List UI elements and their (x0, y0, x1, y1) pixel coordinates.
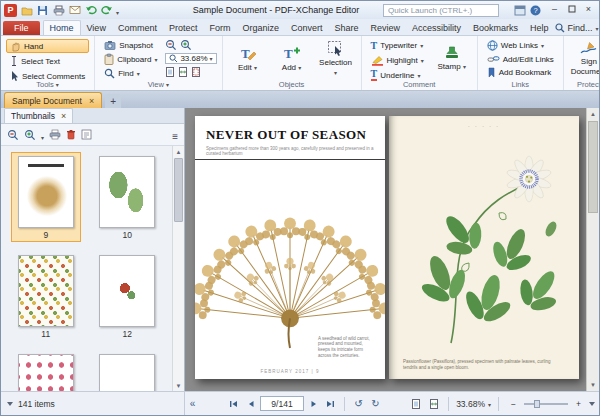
zoom-out-button[interactable]: − (506, 396, 521, 411)
panel-zoom-caret-icon[interactable] (41, 126, 44, 144)
panel-delete-icon[interactable] (66, 129, 76, 140)
help-icon[interactable]: ? (530, 5, 541, 16)
stamp-button[interactable]: Stamp (432, 39, 472, 78)
tab-home[interactable]: Home (43, 20, 81, 36)
print-icon[interactable] (52, 4, 65, 17)
panel-menu-icon[interactable] (172, 126, 178, 144)
collapse-panel-icon[interactable] (185, 396, 200, 411)
panel-properties-icon[interactable] (81, 129, 92, 140)
open-file-icon[interactable] (20, 4, 33, 17)
thumbnail-page-12[interactable]: 12 (92, 251, 162, 341)
typewriter-button[interactable]: T Typewriter (367, 39, 428, 52)
page-number-box[interactable]: 9/141 (260, 396, 304, 411)
tab-view[interactable]: View (81, 21, 112, 35)
document-view[interactable]: NEVER OUT OF SEASON Specimens gathered m… (185, 108, 599, 391)
panel-close-icon[interactable] (61, 111, 66, 121)
tab-file[interactable]: File (3, 21, 40, 35)
panel-scrollbar[interactable]: ▲ ▼ (172, 146, 184, 391)
find-menu[interactable]: Find... (555, 23, 599, 33)
thumbnail-page-9[interactable]: 9 (11, 152, 81, 242)
tab-convert[interactable]: Convert (285, 21, 329, 35)
page-left[interactable]: NEVER OUT OF SEASON Specimens gathered m… (195, 116, 385, 379)
panel-scroll-up-icon[interactable]: ▲ (173, 146, 184, 157)
tools-dialog-launcher-icon[interactable] (56, 80, 59, 89)
close-button[interactable]: × (580, 2, 597, 16)
edit-objects-button[interactable]: T Edit (228, 39, 268, 78)
clipboard-button[interactable]: Clipboard (100, 52, 161, 66)
document-tab-active[interactable]: Sample Document (4, 92, 102, 108)
tab-comment[interactable]: Comment (112, 21, 163, 35)
sign-document-button[interactable]: SignDocument (569, 39, 600, 78)
fit-width-status-icon[interactable] (426, 396, 441, 411)
select-text-button[interactable]: Select Text (6, 54, 89, 68)
next-page-button[interactable] (306, 396, 321, 411)
panel-zoom-out-icon[interactable] (7, 129, 19, 141)
zoom-in-tool-icon[interactable] (180, 39, 192, 51)
tab-share[interactable]: Share (328, 21, 364, 35)
tab-bookmarks[interactable]: Bookmarks (467, 21, 524, 35)
zoom-slider-knob[interactable] (534, 400, 540, 408)
save-icon[interactable] (36, 4, 49, 17)
web-links-button[interactable]: Web Links (483, 39, 558, 52)
tab-review[interactable]: Review (365, 21, 407, 35)
find-button[interactable]: Find (100, 67, 161, 80)
scroll-down-icon[interactable]: ▼ (587, 379, 599, 391)
thumbnail-page-13[interactable]: 13 (11, 350, 81, 391)
undo-icon[interactable] (84, 4, 97, 17)
page-right[interactable]: · · · · · (389, 116, 579, 379)
add-bookmark-button[interactable]: Add Bookmark (483, 66, 558, 79)
view-dialog-launcher-icon[interactable] (166, 80, 169, 89)
status-zoom-caret-icon[interactable] (488, 399, 491, 409)
first-page-button[interactable] (226, 396, 241, 411)
add-edit-links-button[interactable]: Add/Edit Links (483, 53, 558, 65)
email-icon[interactable] (68, 4, 81, 17)
ribbon-zoom-caret-icon (210, 54, 213, 63)
maximize-button[interactable] (563, 2, 580, 16)
thumbnail-page-11[interactable]: 11 (11, 251, 81, 341)
panel-options-caret-icon[interactable] (7, 402, 13, 409)
status-options-caret-icon[interactable] (589, 402, 595, 409)
status-separator (344, 397, 345, 411)
previous-page-button[interactable] (243, 396, 258, 411)
thumbnail-page-10[interactable]: 10 (92, 152, 162, 242)
panel-print-icon[interactable] (49, 129, 61, 140)
tab-accessibility[interactable]: Accessibility (406, 21, 467, 35)
zoom-out-tool-icon[interactable] (165, 39, 177, 51)
last-page-button[interactable] (323, 396, 338, 411)
switch-ui-icon[interactable] (514, 5, 526, 16)
next-view-icon[interactable] (368, 396, 383, 411)
status-zoom-value[interactable]: 33.68% (456, 399, 485, 409)
fit-page-status-icon[interactable] (408, 396, 423, 411)
previous-view-icon[interactable] (351, 396, 366, 411)
tab-organize[interactable]: Organize (236, 21, 285, 35)
selection-objects-button[interactable]: Selection (316, 39, 356, 78)
ribbon-zoom-select[interactable]: 33.68% (165, 53, 216, 65)
hand-tool-button[interactable]: Hand (6, 39, 89, 53)
tab-help[interactable]: Help (524, 21, 555, 35)
zoom-slider[interactable] (524, 403, 568, 405)
tab-form[interactable]: Form (203, 21, 236, 35)
panel-zoom-in-icon[interactable] (24, 129, 36, 141)
tab-protect[interactable]: Protect (163, 21, 204, 35)
fit-page-icon[interactable] (165, 66, 175, 78)
add-objects-button[interactable]: T Add (272, 39, 312, 78)
panel-scrollbar-thumb[interactable] (174, 158, 183, 222)
quick-launch-input[interactable] (383, 4, 499, 17)
right-page-header: · · · · · (389, 116, 579, 129)
quick-access-caret-icon[interactable] (116, 1, 119, 19)
scroll-up-icon[interactable]: ▲ (587, 108, 599, 120)
document-scrollbar-thumb[interactable] (588, 121, 598, 213)
fit-width-icon[interactable] (178, 66, 188, 78)
redo-icon[interactable] (100, 4, 113, 17)
document-scrollbar[interactable]: ▲ ▼ (586, 108, 599, 391)
snapshot-button[interactable]: Snapshot (100, 39, 161, 51)
fit-visible-icon[interactable] (191, 66, 201, 78)
highlight-button[interactable]: Highlight (367, 53, 428, 67)
thumbnail-page-14[interactable]: 14 (92, 350, 162, 391)
zoom-in-button[interactable]: + (571, 396, 586, 411)
new-document-tab-button[interactable]: + (105, 94, 121, 108)
minimize-button[interactable]: – (546, 2, 563, 16)
thumbnails-panel-tab[interactable]: Thumbnails (4, 108, 73, 123)
document-tab-close-icon[interactable] (89, 96, 94, 106)
panel-scroll-down-icon[interactable]: ▼ (173, 380, 184, 391)
